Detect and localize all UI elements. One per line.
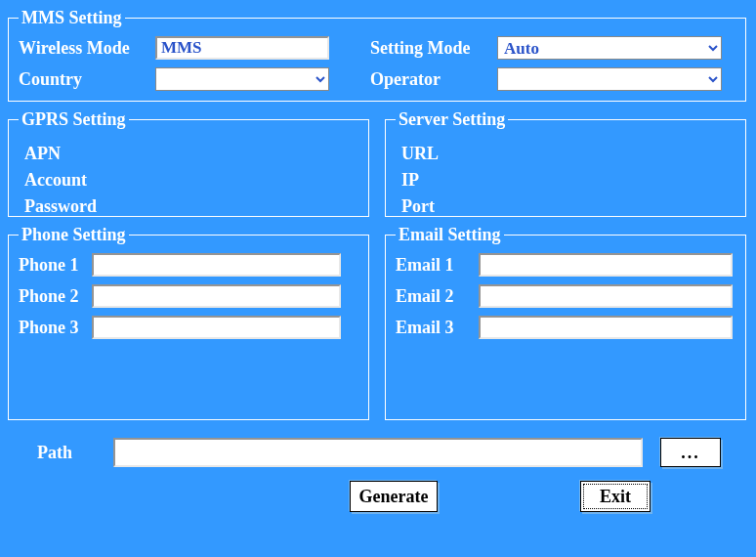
email2-label: Email 2 [396,286,479,307]
exit-button[interactable]: Exit [580,481,651,512]
email3-label: Email 3 [396,318,479,338]
country-label: Country [19,69,155,90]
phone-setting-group: Phone Setting Phone 1 Phone 2 Phone 3 [8,225,369,420]
email-setting-group: Email Setting Email 1 Email 2 Email 3 [385,225,746,420]
gprs-setting-group: GPRS Setting APN Account Password [8,109,369,217]
operator-select[interactable] [497,67,722,91]
phone2-input[interactable] [92,284,341,308]
account-label: Account [24,170,358,191]
country-select[interactable] [155,67,329,91]
phone1-label: Phone 1 [19,255,92,276]
email2-input[interactable] [479,284,733,308]
setting-mode-label: Setting Mode [370,38,497,59]
email3-input[interactable] [479,316,733,339]
app-root: MMS Setting Wireless Mode Setting Mode A… [0,0,756,557]
apn-label: APN [24,144,358,164]
port-label: Port [401,196,735,217]
phone3-label: Phone 3 [19,318,92,338]
password-label: Password [24,196,358,217]
wireless-mode-label: Wireless Mode [19,38,155,59]
phone2-label: Phone 2 [19,286,92,307]
email1-input[interactable] [479,253,733,277]
mms-setting-group: MMS Setting Wireless Mode Setting Mode A… [8,8,746,102]
phone3-input[interactable] [92,316,341,339]
server-legend: Server Setting [396,109,508,130]
phone-legend: Phone Setting [19,225,129,245]
path-label: Path [37,443,96,463]
server-setting-group: Server Setting URL IP Port [385,109,746,217]
ip-label: IP [401,170,735,191]
mms-grid: Wireless Mode Setting Mode Auto Country … [19,36,735,91]
email1-label: Email 1 [396,255,479,276]
setting-mode-select[interactable]: Auto [497,36,722,60]
url-label: URL [401,144,735,164]
email-legend: Email Setting [396,225,504,245]
browse-button[interactable]: ... [660,438,721,467]
wireless-mode-input[interactable] [155,36,329,60]
phone1-input[interactable] [92,253,341,277]
generate-button[interactable]: Generate [350,481,438,512]
path-row: Path ... [8,438,748,467]
operator-label: Operator [370,69,497,90]
mms-legend: MMS Setting [19,8,125,28]
gprs-legend: GPRS Setting [19,109,129,130]
path-input[interactable] [113,438,643,467]
button-row: Generate Exit [8,481,748,516]
